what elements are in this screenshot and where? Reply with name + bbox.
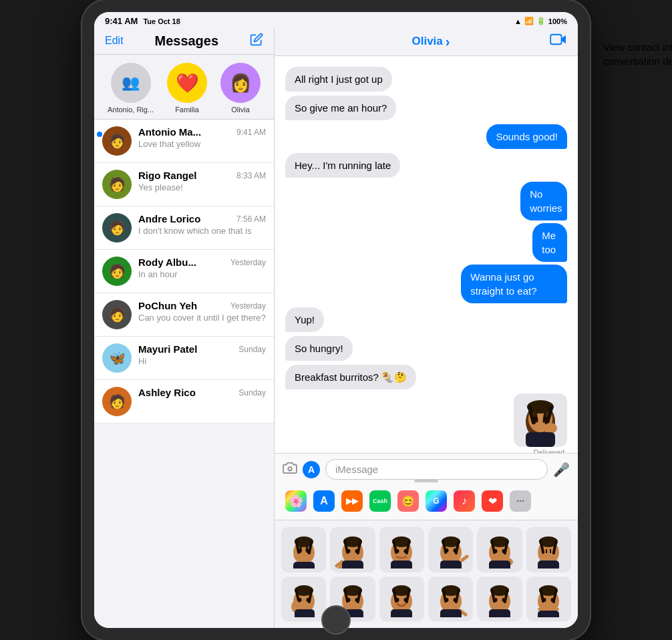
message-row: Wanna just go straight to eat? bbox=[415, 265, 567, 303]
conv-item-andre[interactable]: 🧑 Andre Lorico 7:56 AM I don't know whic… bbox=[94, 206, 274, 250]
appstore-icon[interactable]: A bbox=[313, 490, 335, 512]
edit-button[interactable]: Edit bbox=[105, 35, 124, 47]
conv-avatar-pochun: 🧑 bbox=[102, 300, 132, 329]
sticker-cell[interactable] bbox=[428, 527, 473, 572]
pinned-avatar-antonio: 👥 bbox=[111, 63, 151, 103]
svg-point-42 bbox=[445, 548, 448, 552]
main-content: Edit Messages 👥 Anto bbox=[94, 27, 578, 628]
pinned-contact-familia[interactable]: ❤️ Familia bbox=[167, 63, 207, 114]
message-row: Me too bbox=[518, 223, 567, 262]
svg-point-19 bbox=[298, 549, 301, 553]
memoji-icon[interactable]: 😊 bbox=[397, 490, 419, 512]
pinned-contact-olivia[interactable]: 👩 Olivia bbox=[220, 63, 261, 114]
svg-rect-62 bbox=[538, 561, 559, 569]
conv-item-pochun[interactable]: 🧑 PoChun Yeh Yesterday Can you cover it … bbox=[94, 293, 274, 337]
conv-time-andre: 7:56 AM bbox=[236, 214, 266, 224]
chat-actions bbox=[550, 33, 567, 50]
message-input[interactable]: iMessage bbox=[325, 459, 548, 480]
facetime-button[interactable] bbox=[550, 33, 567, 50]
conv-item-mayuri[interactable]: 🦋 Mayuri Patel Sunday Hi bbox=[94, 337, 274, 380]
conv-preview-antonio: Love that yellow bbox=[138, 139, 266, 149]
svg-point-83 bbox=[396, 598, 399, 602]
sticker-cell[interactable] bbox=[281, 527, 326, 572]
conv-time-mayuri: Sunday bbox=[238, 345, 266, 354]
svg-point-99 bbox=[494, 598, 497, 602]
compose-button[interactable] bbox=[250, 33, 263, 49]
apps-bar: 🌸 A ▶▶ Cash 😊 G ♪ ❤ ··· bbox=[283, 486, 570, 514]
pinned-contact-antonio[interactable]: 👥 Antonio, Rig... bbox=[108, 63, 154, 114]
pinned-avatar-familia: ❤️ bbox=[167, 63, 207, 103]
message-bubble-6: Me too bbox=[532, 223, 567, 262]
conv-preview-rigo: Yes please! bbox=[138, 182, 266, 192]
message-bubble-2: So give me an hour? bbox=[285, 96, 396, 120]
conv-avatar-ashley: 🧑 bbox=[102, 387, 132, 416]
sticker-cell[interactable] bbox=[379, 577, 424, 621]
sticker-cell[interactable] bbox=[526, 577, 571, 621]
svg-rect-101 bbox=[489, 609, 510, 617]
sticker-tray bbox=[275, 520, 578, 628]
battery-percent: 100% bbox=[548, 17, 567, 25]
giphy-icon[interactable]: G bbox=[426, 490, 447, 512]
sticker-cell[interactable] bbox=[281, 577, 326, 621]
more-icon[interactable]: ··· bbox=[510, 490, 531, 512]
callout-annotation: View contact info and conversation detai… bbox=[603, 40, 672, 68]
svg-point-90 bbox=[445, 598, 448, 602]
memoji-sticker bbox=[514, 393, 567, 447]
message-bubble-4: Hey... I'm running late bbox=[285, 153, 400, 178]
conv-body-ashley: Ashley Rico Sunday bbox=[138, 387, 266, 399]
memoji-message: Delivered bbox=[285, 393, 567, 453]
music-icon[interactable]: ♪ bbox=[454, 490, 475, 512]
svg-rect-0 bbox=[550, 35, 561, 45]
sticker-cell[interactable] bbox=[477, 527, 522, 572]
svg-point-36 bbox=[404, 549, 407, 553]
input-placeholder: iMessage bbox=[335, 464, 378, 475]
svg-point-43 bbox=[453, 548, 456, 552]
ipad-screen: 9:41 AM Tue Oct 18 ▲ 📶 🔋 100% Edit Messa… bbox=[94, 12, 578, 628]
conv-body-antonio: Antonio Ma... 9:41 AM Love that yellow bbox=[138, 126, 266, 149]
messages-container: All right I just got up So give me an ho… bbox=[275, 56, 578, 453]
conversations-list: 🧑 Antonio Ma... 9:41 AM Love that yellow… bbox=[94, 120, 274, 628]
input-bar: A iMessage 🎤 🌸 A ▶▶ Cash 😊 G bbox=[275, 453, 578, 520]
chat-contact-name[interactable]: Olivia › bbox=[412, 34, 450, 49]
conv-name-ashley: Ashley Rico bbox=[138, 387, 196, 398]
sticker-cell[interactable] bbox=[526, 527, 571, 572]
sticker-cell[interactable] bbox=[379, 527, 424, 572]
conv-name-rody: Rody Albu... bbox=[138, 257, 196, 268]
conv-name-mayuri: Mayuri Patel bbox=[138, 343, 197, 355]
sidebar-title: Messages bbox=[124, 33, 250, 49]
conv-body-rigo: Rigo Rangel 8:33 AM Yes please! bbox=[138, 170, 266, 192]
sidebar-header: Edit Messages bbox=[94, 27, 274, 55]
conv-item-antonio[interactable]: 🧑 Antonio Ma... 9:41 AM Love that yellow bbox=[94, 120, 274, 163]
conv-item-rody[interactable]: 🧑 Rody Albu... Yesterday In an hour bbox=[94, 250, 274, 293]
svg-point-68 bbox=[306, 598, 309, 602]
heart-icon[interactable]: ❤ bbox=[482, 490, 503, 512]
contact-name-text: Olivia bbox=[412, 35, 443, 48]
chevron-icon: › bbox=[446, 34, 450, 49]
conv-time-ashley: Sunday bbox=[238, 388, 266, 397]
svg-rect-37 bbox=[391, 561, 412, 569]
soundcloud-icon[interactable]: ▶▶ bbox=[341, 490, 363, 512]
status-bar: 9:41 AM Tue Oct 18 ▲ 📶 🔋 100% bbox=[94, 12, 578, 27]
apps-button[interactable]: A bbox=[303, 461, 320, 478]
conv-item-ashley[interactable]: 🧑 Ashley Rico Sunday bbox=[94, 380, 274, 424]
sticker-cell[interactable] bbox=[477, 577, 522, 621]
camera-button[interactable] bbox=[283, 462, 297, 477]
svg-point-106 bbox=[543, 598, 546, 602]
pinned-name-olivia: Olivia bbox=[231, 106, 250, 114]
svg-point-35 bbox=[396, 549, 399, 553]
conv-time-pochun: Yesterday bbox=[230, 301, 266, 311]
message-bubble-8: Yup! bbox=[285, 307, 324, 332]
sticker-cell[interactable] bbox=[330, 527, 375, 572]
cashapp-icon[interactable]: Cash bbox=[369, 490, 391, 512]
home-button[interactable] bbox=[321, 605, 351, 635]
sticker-cell[interactable] bbox=[428, 577, 473, 621]
message-row: Hey... I'm running late bbox=[285, 153, 567, 178]
message-bubble-10: Breakfast burritos? 🌯🤔 bbox=[285, 365, 416, 389]
svg-rect-44 bbox=[440, 561, 462, 569]
svg-point-76 bbox=[355, 598, 358, 602]
microphone-button[interactable]: 🎤 bbox=[553, 462, 570, 478]
svg-point-51 bbox=[502, 549, 505, 553]
conv-item-rigo[interactable]: 🧑 Rigo Rangel 8:33 AM Yes please! bbox=[94, 163, 274, 206]
photos-app-icon[interactable]: 🌸 bbox=[285, 490, 307, 512]
svg-point-75 bbox=[347, 598, 350, 602]
